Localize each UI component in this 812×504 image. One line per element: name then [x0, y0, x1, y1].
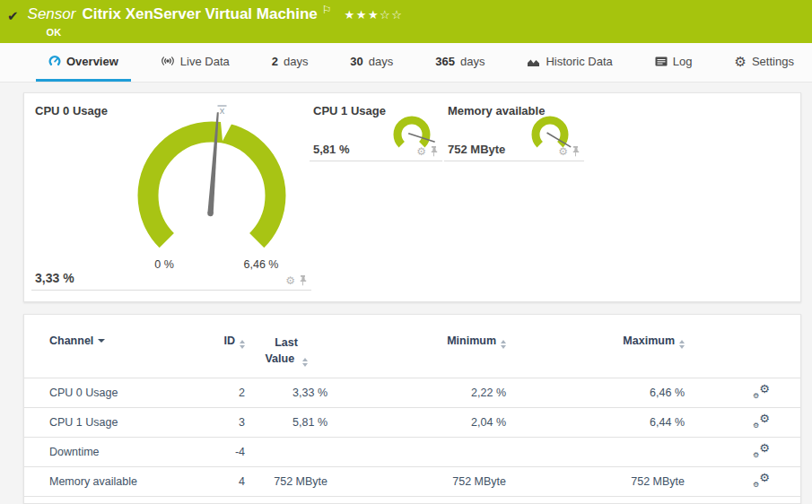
tab-number: 2 — [272, 55, 278, 68]
minimum-cell — [327, 438, 506, 467]
gauges-panel: CPU 0 Usage x 0 % 6,46 % 3,33 % ⚙ CPU 1 … — [23, 92, 801, 302]
tab-settings[interactable]: ⚙ Settings — [721, 43, 806, 82]
column-header-id[interactable]: ID — [202, 315, 245, 378]
mean-marker: x — [220, 105, 225, 116]
channel-name-cell[interactable]: CPU 1 Usage — [24, 408, 202, 438]
actions-cell: ⚙⚙ — [685, 438, 800, 467]
tab-label: days — [460, 55, 485, 68]
flag-icon[interactable]: ⚐ — [322, 4, 332, 16]
maximum-cell — [506, 438, 685, 467]
sensor-tab-bar: Overview Live Data 2 days 30 days 365 da… — [0, 43, 812, 83]
column-header-maximum[interactable]: Maximum — [506, 315, 685, 378]
sort-desc-icon — [98, 339, 105, 343]
channel-id-cell: 2 — [202, 378, 245, 408]
gauge-title: CPU 1 Usage — [313, 104, 386, 117]
maximum-cell: 6,46 % — [506, 378, 685, 408]
table-row[interactable]: CPU 0 Usage 2 3,33 % 2,22 % 6,46 % ⚙⚙ — [24, 378, 800, 408]
gauge-current-value: 3,33 % — [35, 271, 74, 285]
gauge-scale-max: 6,46 % — [244, 258, 279, 271]
status-check-icon: ✔ — [7, 8, 19, 24]
historic-data-icon — [527, 56, 540, 67]
tab-2-days[interactable]: 2 days — [259, 43, 321, 82]
tab-live-data[interactable]: Live Data — [148, 43, 242, 82]
actions-cell: ⚙⚙ — [685, 408, 800, 438]
tile-gear-icon[interactable]: ⚙ — [558, 146, 568, 157]
tab-overview[interactable]: Overview — [36, 43, 131, 82]
last-value-cell: 752 MByte — [245, 467, 327, 497]
gauge-tile-memory: Memory available 752 MByte ⚙ — [444, 100, 584, 161]
cpu0-gauge: x 0 % 6,46 % — [109, 95, 315, 279]
tab-label: Historic Data — [546, 55, 612, 68]
tile-pin-icon[interactable] — [299, 274, 307, 286]
column-header-channel[interactable]: Channel — [24, 315, 202, 378]
stars-empty[interactable]: ☆☆ — [380, 8, 403, 22]
table-row[interactable]: Downtime -4 ⚙⚙ — [24, 438, 800, 467]
last-value-cell: 3,33 % — [245, 378, 327, 408]
channel-name-cell[interactable]: Downtime — [24, 438, 202, 467]
table-row[interactable]: CPU 1 Usage 3 5,81 % 2,04 % 6,44 % ⚙⚙ — [24, 408, 800, 438]
live-data-icon — [161, 55, 175, 67]
channel-id-cell: 3 — [202, 408, 245, 438]
tile-gear-icon[interactable]: ⚙ — [285, 275, 295, 286]
channel-name-cell[interactable]: CPU 0 Usage — [24, 378, 202, 408]
settings-gear-icon: ⚙ — [734, 55, 746, 68]
sensor-title: Citrix XenServer Virtual Machine — [82, 5, 317, 23]
channel-settings-icon[interactable]: ⚙⚙ — [753, 474, 770, 488]
tile-pin-icon[interactable] — [572, 145, 580, 157]
sensor-header: ✔ Sensor Citrix XenServer Virtual Machin… — [0, 0, 812, 43]
gauge-scale-min: 0 % — [154, 258, 174, 271]
log-icon — [655, 56, 668, 67]
gauge-current-value: 752 MByte — [448, 143, 505, 156]
sort-toggle-icon[interactable] — [302, 358, 308, 367]
stars-filled[interactable]: ★★★ — [345, 8, 380, 22]
minimum-cell: 752 MByte — [327, 467, 506, 497]
tab-30-days[interactable]: 30 days — [337, 43, 406, 82]
tab-number: 30 — [350, 55, 362, 68]
channel-settings-icon[interactable]: ⚙⚙ — [753, 385, 770, 399]
channels-panel: Channel ID Last Value Minimum Maximum CP… — [23, 314, 801, 504]
tab-label: Settings — [752, 55, 794, 68]
gauge-current-value: 5,81 % — [313, 143, 349, 156]
sort-toggle-icon[interactable] — [679, 340, 685, 349]
table-row[interactable]: Memory available 4 752 MByte 752 MByte 7… — [24, 467, 800, 497]
column-header-last-value[interactable]: Last Value — [245, 315, 327, 378]
actions-cell: ⚙⚙ — [685, 467, 800, 497]
channel-settings-icon[interactable]: ⚙⚙ — [753, 414, 770, 429]
gauge-tile-actions: ⚙ — [416, 145, 438, 157]
sensor-title-block: Sensor Citrix XenServer Virtual Machine … — [28, 5, 404, 38]
minimum-cell: 2,22 % — [327, 378, 506, 408]
tab-log[interactable]: Log — [642, 43, 705, 82]
tab-label: Overview — [66, 55, 118, 68]
channels-table: Channel ID Last Value Minimum Maximum CP… — [24, 315, 800, 497]
tab-label: Log — [673, 55, 693, 68]
priority-stars[interactable]: ★★★☆☆ — [345, 8, 404, 22]
sensor-status-badge: OK — [47, 27, 404, 38]
sort-toggle-icon[interactable] — [501, 340, 506, 349]
gauge-title: CPU 0 Usage — [35, 104, 108, 117]
table-header-row: Channel ID Last Value Minimum Maximum — [24, 315, 800, 378]
gauge-tile-cpu0: CPU 0 Usage x 0 % 6,46 % 3,33 % ⚙ — [31, 100, 311, 291]
tab-label: Live Data — [180, 55, 230, 68]
tab-365-days[interactable]: 365 days — [423, 43, 497, 82]
last-value-cell — [245, 438, 327, 467]
maximum-cell: 752 MByte — [506, 467, 685, 497]
gauge-icon — [48, 55, 61, 67]
channel-settings-icon[interactable]: ⚙⚙ — [753, 444, 770, 458]
channel-name-cell[interactable]: Memory available — [24, 467, 202, 497]
sort-toggle-icon[interactable] — [240, 340, 245, 349]
column-header-minimum[interactable]: Minimum — [327, 315, 506, 378]
tab-label: days — [369, 55, 393, 68]
tab-historic-data[interactable]: Historic Data — [514, 43, 624, 82]
object-kind-label: Sensor — [28, 5, 76, 23]
minimum-cell: 2,04 % — [327, 408, 506, 438]
tab-label: days — [284, 55, 308, 68]
tab-number: 365 — [435, 55, 455, 68]
gauge-tile-actions: ⚙ — [558, 145, 580, 157]
channel-id-cell: -4 — [202, 438, 245, 467]
column-header-actions — [685, 315, 800, 378]
last-value-cell: 5,81 % — [245, 408, 327, 438]
tile-pin-icon[interactable] — [430, 145, 438, 157]
maximum-cell: 6,44 % — [506, 408, 685, 438]
tile-gear-icon[interactable]: ⚙ — [416, 146, 426, 157]
gauge-tile-cpu1: CPU 1 Usage 5,81 % ⚙ — [310, 100, 442, 161]
